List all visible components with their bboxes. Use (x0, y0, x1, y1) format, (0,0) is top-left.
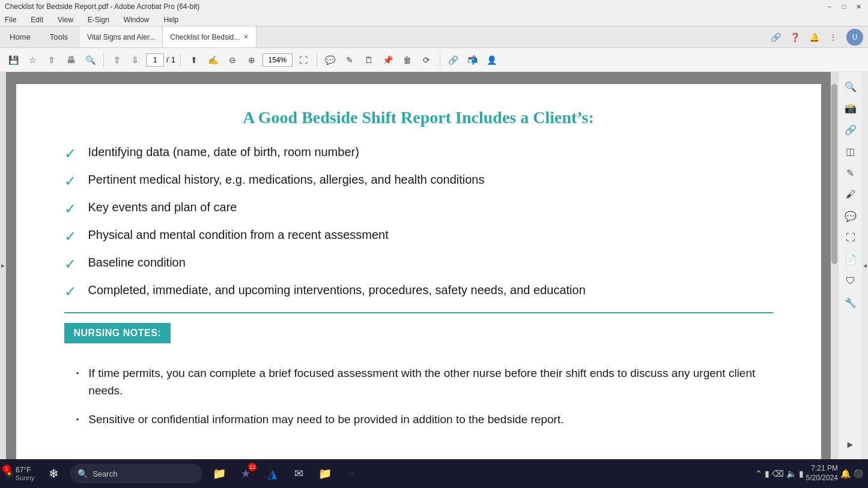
zoom-in-button[interactable]: ⊕ (243, 52, 260, 68)
checklist-text-3: Key events and plan of care (88, 200, 237, 214)
link-button[interactable]: 🔗 (445, 52, 462, 68)
right-shield-icon[interactable]: 🛡 (841, 271, 860, 291)
menu-view[interactable]: View (55, 16, 76, 24)
scrollbar[interactable] (831, 72, 838, 459)
title-bar: Checklist for Bedside Report.pdf - Adobe… (0, 0, 868, 13)
taskbar-app-edge[interactable]: ◮ (260, 462, 284, 486)
profile-avatar[interactable]: U (846, 29, 863, 46)
menu-help[interactable]: Help (162, 16, 181, 24)
right-expand-icon[interactable]: ► (841, 435, 860, 454)
clock-time: 7:21 PM (806, 464, 838, 474)
rotate-button[interactable]: ⟳ (418, 52, 435, 68)
scroll-thumb[interactable] (831, 84, 837, 264)
right-highlight-icon[interactable]: 🖌 (841, 185, 860, 204)
color-circle-icon[interactable]: ⚫ (853, 469, 863, 478)
right-doc-icon[interactable]: 📄 (841, 250, 860, 269)
clock-date: 5/20/2024 (806, 474, 838, 483)
separator-4 (440, 53, 440, 67)
pdf-page: A Good Bedside Shift Report Includes a C… (16, 84, 821, 459)
check-icon-5: ✓ (64, 256, 76, 273)
strikethrough-button[interactable]: 🗒 (360, 52, 377, 68)
taskbar-app-explorer[interactable]: 📁 (207, 462, 231, 486)
taskbar: 1 ☀ 67°F Sunny ❄ 🔍 Search 📁 ★ 22 ◮ ✉ 📁 (0, 459, 868, 488)
zoom-out-button[interactable]: ⊖ (224, 52, 241, 68)
page-separator: / (166, 55, 169, 64)
save-button[interactable]: 💾 (5, 52, 22, 68)
page-indicator: 1 / 1 (146, 53, 175, 67)
minimize-button[interactable]: − (825, 2, 834, 11)
notification-bell-icon[interactable]: 🔔 (840, 469, 851, 478)
checklist-item-2: ✓ Pertinent medical history, e.g. medica… (64, 173, 773, 190)
cursor-tool-button[interactable]: ⬆ (186, 52, 202, 68)
hand-tool-button[interactable]: ✍ (205, 52, 222, 68)
share-icon[interactable]: 🔗 (769, 31, 782, 43)
home-tools-nav: Home Tools (0, 26, 77, 47)
network-icon[interactable]: ▮ (765, 469, 769, 478)
wifi-icon[interactable]: ⌫ (772, 469, 784, 478)
find-button[interactable]: 👤 (484, 52, 500, 68)
nursing-notes-header: NURSING NOTES: (64, 323, 171, 343)
taskbar-app-teams[interactable]: ★ 22 (234, 462, 258, 486)
home-tab[interactable]: Home (0, 26, 40, 47)
right-edit-icon[interactable]: ✎ (841, 163, 860, 182)
zoom-input[interactable]: 154% (263, 53, 293, 67)
checklist-item-5: ✓ Baseline condition (64, 256, 773, 273)
close-button[interactable]: ✕ (854, 2, 863, 11)
right-sidebar: 🔍 📸 🔗 ◫ ✎ 🖌 💬 ⛶ 📄 🛡 🔧 ► (838, 72, 862, 459)
right-scan-icon[interactable]: 📸 (841, 98, 860, 118)
send-button[interactable]: 📬 (464, 52, 481, 68)
sticky-note-button[interactable]: 💬 (322, 52, 339, 68)
chevron-up-icon[interactable]: ⌃ (755, 469, 762, 478)
start-icon: ❄ (49, 466, 59, 481)
help-icon[interactable]: ❓ (789, 31, 801, 43)
window-title: Checklist for Bedside Report.pdf - Adobe… (5, 2, 199, 11)
right-grid-icon[interactable]: ⛶ (841, 228, 860, 247)
left-panel-toggle[interactable]: ► (0, 72, 6, 459)
taskbar-apps: 📁 ★ 22 ◮ ✉ 📁 ▫ (207, 462, 363, 486)
right-tools-icon[interactable]: 🔧 (841, 293, 860, 312)
checklist-item-4: ✓ Physical and mental condition from a r… (64, 228, 773, 245)
marquee-zoom-button[interactable]: ⛶ (295, 52, 312, 68)
taskbar-clock[interactable]: 7:21 PM 5/20/2024 (806, 464, 838, 483)
prev-page-button[interactable]: ⇧ (109, 52, 126, 68)
page-number-input[interactable]: 1 (146, 53, 164, 67)
divider-line (64, 312, 773, 313)
highlight-button[interactable]: ✎ (341, 52, 358, 68)
maximize-button[interactable]: □ (839, 2, 849, 11)
taskbar-search[interactable]: 🔍 Search (70, 464, 202, 483)
right-zoom-icon[interactable]: 🔍 (841, 77, 860, 96)
stamp-button[interactable]: 📌 (380, 52, 396, 68)
taskbar-app-acrobat[interactable]: ▫ (339, 462, 363, 486)
pdf-viewer[interactable]: A Good Bedside Shift Report Includes a C… (6, 72, 831, 459)
battery-icon[interactable]: ▮ (799, 469, 804, 478)
start-button[interactable]: ❄ (39, 459, 68, 488)
upload-button[interactable]: ⇧ (43, 52, 60, 68)
teams-badge: 22 (248, 463, 256, 471)
taskbar-app-mail[interactable]: ✉ (287, 462, 311, 486)
tab-vital-signs[interactable]: Vital Signs and Aler... (80, 26, 163, 47)
bookmark-button[interactable]: ☆ (24, 52, 41, 68)
menu-window[interactable]: Window (121, 16, 152, 24)
apps-icon[interactable]: ⋮ (827, 31, 839, 43)
tools-tab[interactable]: Tools (40, 26, 77, 47)
menu-esign[interactable]: E-Sign (85, 16, 112, 24)
next-page-button[interactable]: ⇩ (127, 52, 144, 68)
delete-button[interactable]: 🗑 (399, 52, 416, 68)
search-button[interactable]: 🔍 (82, 52, 99, 68)
check-icon-6: ✓ (64, 283, 76, 300)
tab-checklist[interactable]: Checklist for Bedsid... ✕ (163, 26, 256, 47)
right-comment-icon[interactable]: 💬 (841, 206, 860, 226)
taskbar-app-filemanager[interactable]: 📁 (313, 462, 337, 486)
print-button[interactable]: 🖶 (62, 52, 79, 68)
right-layout-icon[interactable]: ◫ (841, 142, 860, 161)
taskbar-right: ⌃ ▮ ⌫ 🔈 ▮ 7:21 PM 5/20/2024 🔔 ⚫ (755, 464, 868, 483)
menu-file[interactable]: File (2, 16, 19, 24)
notifications-icon[interactable]: 🔔 (808, 31, 820, 43)
volume-icon[interactable]: 🔈 (786, 469, 797, 478)
weather-temp: 67°F (16, 466, 34, 474)
right-panel-toggle[interactable]: ◄ (862, 72, 868, 459)
menu-edit[interactable]: Edit (28, 16, 46, 24)
weather-widget: 1 ☀ 67°F Sunny (0, 466, 39, 481)
right-share-icon[interactable]: 🔗 (841, 120, 860, 139)
tab-close-icon[interactable]: ✕ (243, 33, 249, 41)
